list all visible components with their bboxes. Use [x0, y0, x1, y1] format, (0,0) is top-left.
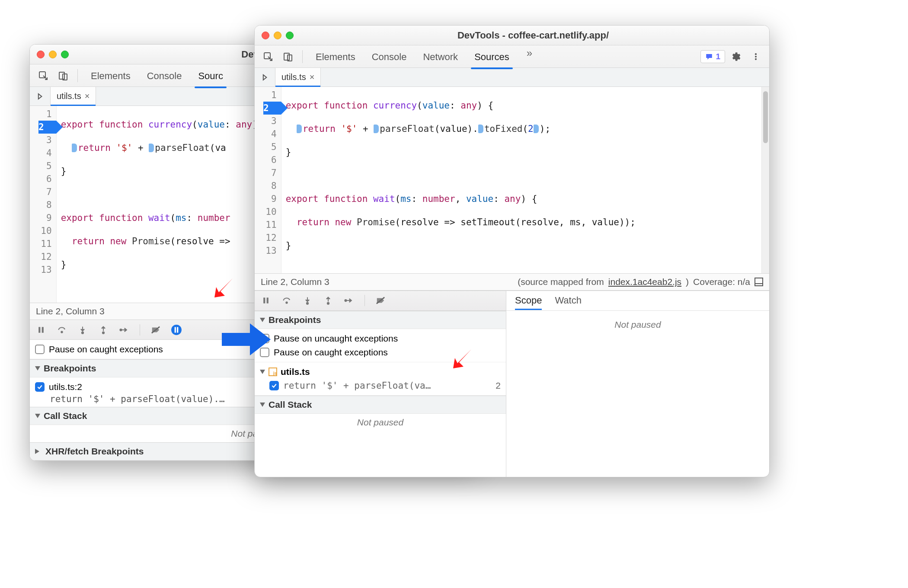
svg-point-22 [307, 303, 308, 304]
editor-status-bar: Line 2, Column 3 (source mapped from ind… [255, 273, 769, 291]
titlebar-front: DevTools - coffee-cart.netlify.app/ [255, 26, 769, 45]
step-into-icon[interactable] [76, 323, 90, 337]
watch-tab[interactable]: Watch [555, 291, 582, 310]
inspect-icon[interactable] [259, 48, 277, 66]
checkbox-label: Pause on uncaught exceptions [274, 333, 398, 344]
debugger-right-panel: Scope Watch Not paused [506, 291, 769, 477]
pause-uncaught-exceptions-checkbox[interactable]: Pause on uncaught exceptions [260, 332, 501, 345]
fullscreen-icon[interactable] [286, 32, 294, 39]
minimize-icon[interactable] [274, 32, 281, 39]
drawer-toggle-icon[interactable] [755, 278, 763, 286]
breakpoints-section[interactable]: Breakpoints [255, 311, 506, 329]
separator [77, 69, 78, 82]
file-tab-label: utils.ts [57, 91, 81, 101]
close-file-icon[interactable]: × [85, 91, 90, 101]
tab-console[interactable]: Console [370, 47, 409, 66]
debugger-pane: Breakpoints Pause on uncaught exceptions… [255, 291, 769, 477]
navigator-toggle-icon[interactable] [255, 68, 275, 86]
svg-point-23 [327, 303, 329, 304]
breakpoint-entry[interactable]: return '$' + parseFloat(va… 2 [260, 379, 501, 393]
pause-icon[interactable] [259, 294, 273, 307]
annotation-arrow-icon [450, 346, 476, 372]
not-paused-label: Not paused [506, 311, 769, 333]
svg-point-24 [345, 300, 346, 301]
svg-rect-1 [59, 72, 64, 79]
svg-point-10 [171, 325, 182, 335]
pause-on-exceptions-icon[interactable] [169, 323, 183, 337]
step-into-icon[interactable] [301, 294, 314, 307]
step-marker-icon [297, 125, 302, 133]
navigator-toggle-icon[interactable] [30, 87, 51, 105]
inspect-icon[interactable] [34, 67, 52, 85]
code-editor[interactable]: 1 2 345678910111213 export function curr… [255, 87, 769, 273]
debugger-toolbar [255, 291, 506, 311]
chevron-down-icon [260, 370, 265, 374]
tab-sources[interactable]: Sourc [196, 66, 224, 85]
tab-elements[interactable]: Elements [314, 47, 357, 66]
source-map-prefix: (source mapped from [518, 277, 604, 287]
deactivate-breakpoints-icon[interactable] [374, 294, 387, 307]
svg-point-7 [102, 332, 104, 333]
js-file-icon [269, 368, 277, 376]
annotation-arrow-icon [211, 275, 237, 301]
tab-elements[interactable]: Elements [89, 66, 132, 85]
close-file-icon[interactable]: × [310, 72, 315, 82]
svg-rect-14 [284, 53, 289, 60]
scrollbar[interactable] [761, 87, 769, 273]
device-toggle-icon[interactable] [279, 48, 297, 66]
file-name: utils.ts [281, 367, 310, 377]
traffic-lights [37, 51, 69, 58]
coverage-info: Coverage: n/a [693, 277, 750, 287]
breakpoint-preview: return '$' + parseFloat(va… [283, 380, 431, 391]
separator [140, 324, 140, 336]
close-icon[interactable] [37, 51, 45, 58]
file-tab-utils[interactable]: utils.ts × [51, 87, 96, 105]
svg-rect-4 [42, 327, 44, 332]
svg-rect-20 [267, 297, 269, 303]
device-toggle-icon[interactable] [54, 67, 72, 85]
svg-point-17 [755, 55, 757, 57]
cursor-position: Line 2, Column 3 [36, 306, 105, 316]
kebab-menu-icon[interactable] [747, 48, 765, 66]
panel-tabs: Elements Console Network Sources » [314, 47, 699, 66]
file-tab-utils[interactable]: utils.ts × [275, 68, 321, 86]
step-icon[interactable] [117, 323, 131, 337]
deactivate-breakpoints-icon[interactable] [149, 323, 163, 337]
fullscreen-icon[interactable] [61, 51, 69, 58]
separator [364, 295, 365, 306]
pause-icon[interactable] [34, 323, 48, 337]
tab-network[interactable]: Network [421, 47, 460, 66]
tab-console[interactable]: Console [145, 66, 184, 85]
svg-point-5 [61, 331, 62, 332]
callstack-section[interactable]: Call Stack [255, 396, 506, 414]
issues-badge[interactable]: 1 [700, 50, 725, 63]
close-icon[interactable] [262, 32, 269, 39]
svg-point-8 [120, 329, 121, 330]
svg-point-21 [286, 302, 287, 303]
code-content: export function currency(value: any) { r… [281, 87, 769, 273]
tab-sources[interactable]: Sources [473, 47, 511, 66]
annotation-big-arrow-icon [220, 320, 272, 359]
svg-rect-12 [177, 327, 178, 332]
step-out-icon[interactable] [96, 323, 110, 337]
scope-tab[interactable]: Scope [515, 291, 542, 310]
checkbox-label: Pause on caught exceptions [274, 347, 388, 358]
source-map-link[interactable]: index.1ac4eab2.js [608, 277, 681, 287]
step-over-icon[interactable] [55, 323, 69, 337]
more-tabs-icon[interactable]: » [524, 47, 535, 66]
svg-point-16 [755, 53, 757, 55]
settings-icon[interactable] [727, 48, 745, 66]
svg-point-6 [82, 332, 83, 333]
debugger-left-panel: Breakpoints Pause on uncaught exceptions… [255, 291, 506, 477]
file-tab-label: utils.ts [281, 72, 306, 82]
checkbox-icon [269, 381, 279, 390]
step-marker-icon [72, 144, 77, 152]
separator [302, 50, 303, 63]
step-out-icon[interactable] [321, 294, 335, 307]
step-icon[interactable] [342, 294, 356, 307]
step-over-icon[interactable] [280, 294, 294, 307]
not-paused-label: Not paused [255, 414, 506, 431]
checkbox-label: Pause on caught exceptions [49, 344, 163, 355]
issues-count: 1 [716, 52, 720, 61]
minimize-icon[interactable] [49, 51, 57, 58]
